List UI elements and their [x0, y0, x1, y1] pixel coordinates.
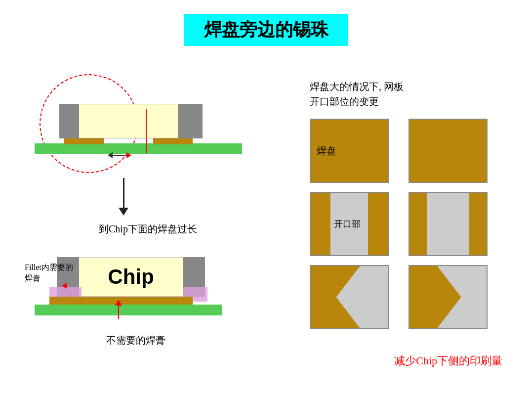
- pad-label: 焊盘: [317, 144, 336, 158]
- top-diagram: [35, 64, 242, 178]
- electrode-left-top: [59, 104, 79, 138]
- pcb-board-top: [35, 143, 242, 154]
- chip-label-text: Chip: [108, 265, 154, 289]
- grid-cell-open-right: [409, 192, 488, 256]
- arrow-h-line: [113, 155, 126, 156]
- grid-cell-open-left: 开口部: [310, 192, 389, 256]
- down-arrow-head: [119, 208, 128, 216]
- pad-right-top: [153, 137, 193, 144]
- page-title: 焊盘旁边的锡珠: [184, 14, 348, 46]
- right-section: 焊盘大的情况下, 网板 开口部位的变更 焊盘 开口部: [310, 79, 502, 329]
- chip-label-box: Chip: [77, 257, 185, 297]
- caption-pad-toolong: 到Chip下面的焊盘过长: [99, 222, 197, 236]
- bottom-red-caption: 减少Chip下侧的印刷量: [394, 354, 502, 368]
- grid-cell-pad-left: 焊盘: [310, 119, 389, 183]
- right-caption: 焊盘大的情况下, 网板 开口部位的变更: [310, 79, 502, 109]
- chip-body-top: [74, 104, 183, 138]
- grid-cell-pad-right: [409, 119, 488, 183]
- grid-cell-tri-right: [409, 265, 488, 329]
- left-section: 到Chip下面的焊盘过长 Chip Fillet内需要的 焊膏 不需要: [20, 64, 262, 178]
- grid-cell-tri-left: [310, 265, 389, 329]
- arrow-right-indicator: [126, 152, 131, 158]
- caption-unwanted-paste: 不需要的焊膏: [106, 334, 165, 347]
- triangle-bottom-left: [311, 265, 360, 328]
- electrode-right-top: [178, 104, 203, 138]
- diagram-grid: 焊盘 开口部: [310, 119, 492, 329]
- triangle-bottom-right: [437, 265, 487, 328]
- fillet-label: Fillet内需要的 焊膏: [25, 262, 73, 284]
- open-label: 开口部: [334, 218, 361, 230]
- red-marker-line: [146, 109, 147, 153]
- red-arrow-up: [115, 300, 122, 319]
- pad-left-top: [64, 137, 104, 144]
- down-arrow-line: [123, 178, 124, 208]
- arrow-left-indicator: [108, 152, 113, 158]
- down-arrow: [119, 178, 128, 216]
- pcb-board-bottom: [35, 305, 222, 315]
